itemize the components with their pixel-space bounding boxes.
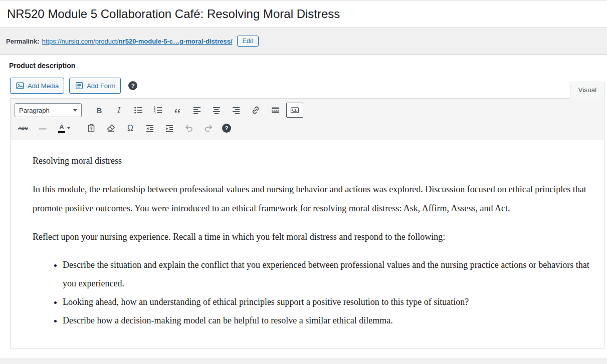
editor-tabs: Visual xyxy=(570,81,604,98)
text-color-button[interactable]: A xyxy=(54,121,75,136)
indent-icon xyxy=(164,123,174,133)
more-tag-icon xyxy=(270,105,280,115)
post-title-text: NR520 Module 5 Collaboration Café: Resol… xyxy=(7,7,340,21)
toolbar-row-2: ABC — A xyxy=(11,119,604,140)
paste-as-text-button[interactable] xyxy=(83,121,100,136)
paragraph-format-select[interactable]: Paragraph xyxy=(15,103,82,117)
text-color-icon: A xyxy=(58,124,65,133)
add-media-button[interactable]: Add Media xyxy=(10,78,64,94)
permalink-url-prefix: https://nursiq.com/product/ xyxy=(42,38,118,45)
strikethrough-icon: ABC xyxy=(18,126,28,131)
editor-container: Paragraph B I xyxy=(10,98,604,348)
align-right-icon xyxy=(231,105,241,115)
add-form-label: Add Form xyxy=(87,82,115,90)
blockquote-button[interactable]: “ xyxy=(169,103,186,118)
italic-icon: I xyxy=(117,105,120,115)
tab-visual[interactable]: Visual xyxy=(570,82,604,99)
redo-button[interactable] xyxy=(200,121,217,136)
numbered-list-button[interactable]: 1 2 3 xyxy=(149,103,166,118)
bulleted-list-icon xyxy=(133,105,143,115)
more-tag-button[interactable] xyxy=(267,103,284,118)
toolbar-group: Paragraph B I xyxy=(11,99,604,140)
toolbar-toggle-button[interactable] xyxy=(286,103,303,118)
chevron-down-icon xyxy=(73,109,77,112)
list-item: Describe how a decision-making model can… xyxy=(63,311,599,330)
permalink-row: Permalink: https://nursiq.com/product/nr… xyxy=(0,28,607,55)
horizontal-rule-icon: — xyxy=(39,124,47,133)
list-item: Describe the situation and explain the c… xyxy=(63,256,599,293)
link-icon xyxy=(251,105,261,115)
align-left-button[interactable] xyxy=(188,103,206,118)
insert-link-button[interactable] xyxy=(247,103,264,118)
help-icon[interactable]: ? xyxy=(128,81,137,90)
permalink-url-slug: nr520-module-5-c…g-moral-distress/ xyxy=(119,38,233,45)
horizontal-rule-button[interactable]: — xyxy=(34,121,51,136)
eraser-icon xyxy=(106,123,116,133)
content-bullet-list: Describe the situation and explain the c… xyxy=(33,256,599,330)
product-description-panel: Product description Add Media xyxy=(0,55,607,358)
permalink-label: Permalink: xyxy=(6,38,39,45)
toolbar-row-1: Paragraph B I xyxy=(11,99,604,119)
undo-icon xyxy=(184,123,194,133)
editor-content-area[interactable]: Resolving moral distress In this module,… xyxy=(11,140,604,348)
editor-help-icon[interactable]: ? xyxy=(222,124,231,133)
bold-icon: B xyxy=(97,106,102,115)
strikethrough-button[interactable]: ABC xyxy=(15,121,32,136)
svg-text:3: 3 xyxy=(154,111,156,115)
align-right-button[interactable] xyxy=(228,103,245,118)
content-paragraph: In this module, the relationship between… xyxy=(33,180,599,218)
bulleted-list-button[interactable] xyxy=(130,103,147,118)
paragraph-format-value: Paragraph xyxy=(19,107,50,114)
outdent-icon xyxy=(145,123,155,133)
clipboard-icon xyxy=(86,123,96,133)
italic-button[interactable]: I xyxy=(110,103,127,118)
chevron-down-icon xyxy=(67,127,70,129)
content-heading: Resolving moral distress xyxy=(33,151,599,170)
add-form-button[interactable]: Add Form xyxy=(69,78,121,94)
content-paragraph: Reflect upon your nursing experience. Re… xyxy=(33,227,599,246)
editor: Add Media Add Form ? Visual xyxy=(10,74,604,348)
editor-tools: Add Media Add Form ? Visual xyxy=(10,74,604,98)
list-item: Looking ahead, how an understanding of e… xyxy=(63,293,599,311)
permalink-edit-button[interactable]: Edit xyxy=(237,36,259,47)
media-buttons: Add Media Add Form ? xyxy=(10,74,137,98)
align-center-button[interactable] xyxy=(208,103,225,118)
indent-button[interactable] xyxy=(161,121,178,136)
clear-formatting-button[interactable] xyxy=(102,121,119,136)
redo-icon xyxy=(204,123,214,133)
text-color-swatch xyxy=(58,131,65,133)
undo-button[interactable] xyxy=(180,121,197,136)
outdent-button[interactable] xyxy=(141,121,158,136)
keyboard-icon xyxy=(290,105,300,115)
align-center-icon xyxy=(212,105,222,115)
add-media-label: Add Media xyxy=(28,82,59,90)
numbered-list-icon: 1 2 3 xyxy=(153,105,163,115)
panel-title: Product description xyxy=(0,55,607,73)
permalink-link[interactable]: https://nursiq.com/product/nr520-module-… xyxy=(42,38,232,45)
omega-icon: Ω xyxy=(127,124,133,133)
blockquote-icon: “ xyxy=(174,112,180,116)
special-character-button[interactable]: Ω xyxy=(122,121,139,136)
picture-icon xyxy=(16,81,25,90)
post-title-field[interactable]: NR520 Module 5 Collaboration Café: Resol… xyxy=(0,0,607,28)
bold-button[interactable]: B xyxy=(91,103,108,118)
align-left-icon xyxy=(192,105,202,115)
form-icon xyxy=(75,81,84,90)
page: NR520 Module 5 Collaboration Café: Resol… xyxy=(0,0,607,358)
